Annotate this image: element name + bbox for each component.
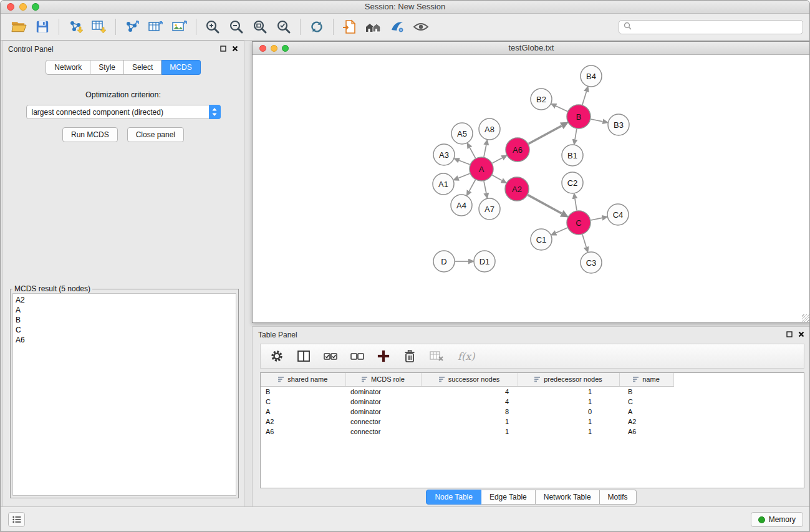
search-input[interactable]: [635, 22, 798, 31]
eye-icon[interactable]: [409, 16, 433, 37]
delete-table-icon[interactable]: [430, 350, 445, 362]
tab-network[interactable]: Network: [46, 60, 90, 75]
column-header-MCDS-role[interactable]: MCDS role: [345, 373, 421, 386]
apply-layout-icon[interactable]: [305, 16, 329, 37]
graph-edge-A2-C[interactable]: [528, 195, 562, 214]
homes-icon[interactable]: [362, 16, 385, 37]
result-item[interactable]: C: [16, 325, 233, 335]
delete-trash-icon[interactable]: [403, 349, 417, 363]
zoom-window-button[interactable]: [32, 3, 39, 11]
float-panel-icon[interactable]: [220, 45, 226, 54]
table-row[interactable]: A6connector11A6: [261, 427, 673, 437]
close-panel-icon[interactable]: [798, 331, 804, 339]
resize-grip[interactable]: [802, 314, 809, 322]
graph-edge-A-A3[interactable]: [459, 160, 470, 165]
graph-edge-A-A4[interactable]: [470, 180, 476, 191]
graph-node-label: A8: [485, 125, 494, 134]
graph-node-label: B1: [567, 151, 577, 160]
import-table-file-icon[interactable]: [87, 16, 111, 37]
tab-motifs[interactable]: Motifs: [600, 490, 637, 505]
select-all-columns-icon[interactable]: [324, 351, 337, 362]
task-history-button[interactable]: [8, 512, 25, 527]
tab-style[interactable]: Style: [90, 60, 124, 75]
graph-edge-A-A6[interactable]: [493, 158, 503, 163]
open-session-icon[interactable]: [7, 16, 31, 37]
deselect-all-columns-icon[interactable]: [350, 351, 364, 362]
close-panel-icon[interactable]: [232, 45, 238, 54]
search-box[interactable]: [619, 20, 803, 34]
column-header-name[interactable]: name: [619, 373, 673, 386]
function-builder-icon[interactable]: f(x): [458, 351, 475, 362]
memory-button[interactable]: Memory: [751, 512, 803, 527]
graph-edge-C-C3[interactable]: [582, 235, 586, 247]
network-graph[interactable]: B4B2BB3A5A8A6B1A3AC2A1A2A4A7CC4C1C3DD1: [253, 55, 810, 322]
zoom-out-icon[interactable]: [224, 16, 248, 37]
graph-node-label: C: [576, 218, 581, 228]
run-mcds-button[interactable]: Run MCDS: [62, 127, 118, 142]
toolbar-separator: [333, 19, 334, 35]
graph-edge-B-B3[interactable]: [591, 119, 603, 122]
graph-edge-A-A8[interactable]: [484, 145, 486, 157]
result-item[interactable]: A2: [16, 295, 233, 305]
table-settings-gear-icon[interactable]: [270, 349, 284, 363]
result-item[interactable]: B: [16, 315, 233, 325]
graph-edge-A-A5[interactable]: [470, 148, 475, 158]
table-row[interactable]: Bdominator41B: [261, 386, 673, 397]
network-zoom-button[interactable]: [282, 45, 289, 52]
float-panel-icon[interactable]: [786, 331, 793, 339]
tab-edge-table[interactable]: Edge Table: [481, 490, 536, 505]
column-header-successor-nodes[interactable]: successor nodes: [421, 373, 518, 386]
graph-edge-A-A1[interactable]: [458, 173, 470, 178]
optimization-criterion-label: Optimization criterion:: [2, 90, 244, 99]
tab-mcds[interactable]: MCDS: [162, 60, 200, 75]
graph-node-label: A4: [456, 201, 466, 210]
graph-edge-B-B2[interactable]: [556, 106, 567, 112]
zoom-selected-icon[interactable]: [272, 16, 296, 37]
network-window-titlebar[interactable]: testGlobe.txt: [253, 42, 810, 55]
optimization-dropdown[interactable]: largest connected component (directed): [26, 105, 221, 119]
result-item[interactable]: A6: [16, 335, 233, 345]
tab-network-table[interactable]: Network Table: [536, 490, 600, 505]
result-item[interactable]: A: [16, 305, 233, 315]
graph-node-label: B4: [586, 72, 596, 81]
graph-edge-A-A7[interactable]: [484, 181, 486, 193]
save-session-icon[interactable]: [31, 16, 54, 37]
close-panel-button[interactable]: Close panel: [127, 127, 184, 142]
graph-edge-C-C4[interactable]: [591, 218, 602, 220]
column-header-predecessor-nodes[interactable]: predecessor nodes: [518, 373, 619, 386]
network-canvas[interactable]: B4B2BB3A5A8A6B1A3AC2A1A2A4A7CC4C1C3DD1: [253, 55, 810, 322]
export-table-icon[interactable]: [144, 16, 168, 37]
graph-edge-C-C2[interactable]: [575, 199, 577, 211]
show-columns-icon[interactable]: [297, 350, 311, 362]
tab-node-table[interactable]: Node Table: [426, 490, 481, 505]
table-row[interactable]: Adominator80A: [261, 407, 673, 417]
export-image-icon[interactable]: [168, 16, 191, 37]
close-window-button[interactable]: [7, 3, 14, 11]
graph-edge-B-B4[interactable]: [582, 92, 587, 105]
table-panel-header: Table Panel: [253, 327, 810, 343]
import-network-file-icon[interactable]: [64, 16, 87, 37]
add-column-icon[interactable]: [377, 350, 390, 362]
network-close-button[interactable]: [259, 45, 266, 52]
graph-edge-A6-B[interactable]: [529, 126, 562, 144]
graph-node-label: A7: [485, 205, 494, 214]
column-header-shared-name[interactable]: shared name: [261, 373, 345, 386]
graph-edge-B-B1[interactable]: [575, 129, 577, 140]
zoom-in-icon[interactable]: [201, 16, 224, 37]
memory-label: Memory: [769, 515, 796, 524]
network-document-icon[interactable]: [338, 16, 362, 37]
export-network-icon[interactable]: [120, 16, 144, 37]
network-minimize-button[interactable]: [271, 45, 277, 52]
graph-edge-C-C1[interactable]: [556, 228, 567, 233]
style-brush-icon[interactable]: [385, 16, 409, 37]
table-row[interactable]: A2connector11A2: [261, 417, 673, 427]
graph-node-label: B3: [614, 120, 624, 130]
zoom-fit-icon[interactable]: [248, 16, 272, 37]
node-table-body: Bdominator41BCdominator41CAdominator80AA…: [261, 386, 673, 437]
minimize-window-button[interactable]: [19, 3, 27, 11]
table-row[interactable]: Cdominator41C: [261, 397, 673, 407]
status-bar: Memory: [1, 506, 809, 531]
graph-edge-A-A2[interactable]: [492, 175, 501, 181]
dropdown-value: largest connected component (directed): [27, 108, 209, 117]
tab-select[interactable]: Select: [124, 60, 162, 75]
